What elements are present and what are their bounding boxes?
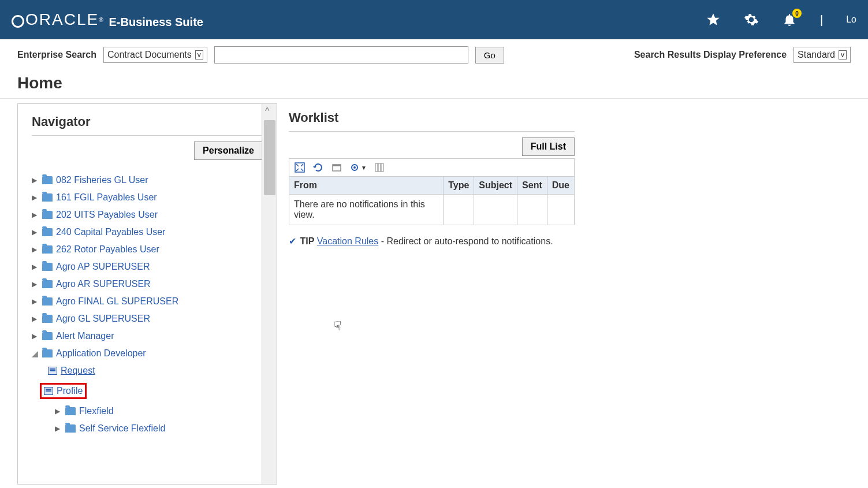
vacation-rules-link[interactable]: Vacation Rules <box>317 236 378 246</box>
worklist-panel: Worklist Full List ▼ From Type Subject S… <box>289 103 575 485</box>
svg-rect-7 <box>381 163 383 172</box>
nav-item-label: 161 FGIL Payables User <box>56 192 157 203</box>
caret-right-icon: ▶ <box>32 228 39 236</box>
folder-icon <box>42 193 53 202</box>
oracle-logo-text: ORACLE <box>25 10 99 29</box>
tip-row: ✔ TIP Vacation Rules - Redirect or auto-… <box>289 236 575 247</box>
col-from[interactable]: From <box>289 177 444 195</box>
oracle-logo: ORACLE® <box>12 10 105 29</box>
nav-subitem-label: Profile <box>57 386 83 396</box>
search-scope-value: Contract Documents <box>107 50 192 60</box>
nav-subitem-self-service-flexfield[interactable]: ▶Self Service Flexfield <box>32 420 263 437</box>
col-due[interactable]: Due <box>547 177 574 195</box>
col-type[interactable]: Type <box>444 177 474 195</box>
caret-right-icon: ▶ <box>32 280 39 288</box>
caret-right-icon: ▶ <box>32 315 39 323</box>
nav-item-082-fisheries[interactable]: ▶082 Fisheries GL User <box>32 172 263 189</box>
folder-icon <box>42 263 53 271</box>
folder-icon <box>42 280 53 288</box>
table-settings-icon[interactable]: ▼ <box>349 162 367 173</box>
nav-item-agro-ar[interactable]: ▶Agro AR SUPERUSER <box>32 275 263 293</box>
nav-item-240-capital[interactable]: ▶240 Capital Payables User <box>32 223 263 241</box>
scroll-up-icon: ^ <box>265 106 270 117</box>
worklist-table: From Type Subject Sent Due There are no … <box>289 176 575 225</box>
svg-rect-6 <box>378 163 381 172</box>
nav-item-agro-gl[interactable]: ▶Agro GL SUPERUSER <box>32 310 263 327</box>
nav-subitem-label: Flexfield <box>79 406 114 416</box>
caret-right-icon: ▶ <box>32 332 39 340</box>
svg-point-4 <box>353 166 356 169</box>
nav-item-agro-final-gl[interactable]: ▶Agro FINAL GL SUPERUSER <box>32 293 263 310</box>
notification-badge: 0 <box>792 9 802 18</box>
favorites-icon[interactable] <box>706 12 721 27</box>
display-pref-label: Search Results Display Preference <box>634 50 787 60</box>
folder-icon <box>42 332 53 340</box>
logo-group: ORACLE® E-Business Suite <box>12 10 203 29</box>
folder-icon <box>42 211 53 219</box>
nav-item-label: 082 Fisheries GL User <box>56 175 148 185</box>
columns-icon[interactable] <box>374 162 385 173</box>
nav-item-label: 202 UITS Payables User <box>56 210 158 220</box>
form-icon <box>44 387 53 395</box>
search-input[interactable] <box>214 46 468 64</box>
caret-right-icon: ▶ <box>32 193 39 202</box>
header-icons: 0 | Lo <box>706 12 856 27</box>
search-scope-select[interactable]: Contract Documents v <box>103 47 207 63</box>
form-icon <box>48 367 57 375</box>
worklist-title: Worklist <box>289 110 575 132</box>
caret-right-icon: ▶ <box>55 407 62 415</box>
settings-gear-icon[interactable] <box>744 12 759 27</box>
enterprise-search-bar: Enterprise Search Contract Documents v G… <box>0 39 868 70</box>
tip-suffix: - Redirect or auto-respond to notificati… <box>378 236 553 246</box>
folder-icon <box>42 228 53 236</box>
navigator-scrollbar[interactable]: ^ <box>262 104 277 484</box>
nav-item-label: Agro AR SUPERUSER <box>56 279 151 289</box>
empty-message: There are no notifications in this view. <box>289 195 444 225</box>
notifications-bell-icon[interactable]: 0 <box>782 12 797 27</box>
detach-icon[interactable] <box>331 162 342 173</box>
folder-icon <box>65 424 76 433</box>
nav-item-262-rotor[interactable]: ▶262 Rotor Payables User <box>32 241 263 258</box>
personalize-button[interactable]: Personalize <box>194 141 263 160</box>
refresh-icon[interactable] <box>312 162 324 173</box>
caret-right-icon: ▶ <box>32 176 39 184</box>
nav-item-161-fgil[interactable]: ▶161 FGIL Payables User <box>32 189 263 206</box>
svg-rect-5 <box>375 163 378 172</box>
col-sent[interactable]: Sent <box>517 177 547 195</box>
folder-icon <box>42 315 53 323</box>
display-pref-select[interactable]: Standard v <box>794 47 851 63</box>
col-subject[interactable]: Subject <box>474 177 517 195</box>
nav-item-label: Application Developer <box>56 348 146 359</box>
nav-item-label: Agro FINAL GL SUPERUSER <box>56 296 178 307</box>
caret-right-icon: ▶ <box>55 424 62 433</box>
nav-subitem-label: Request <box>61 366 95 376</box>
navigator-panel: Navigator Personalize ▶082 Fisheries GL … <box>17 103 277 485</box>
nav-subitem-label: Self Service Flexfield <box>79 423 165 434</box>
worklist-empty-row: There are no notifications in this view. <box>289 195 575 225</box>
expand-icon[interactable] <box>294 162 306 173</box>
logout-link[interactable]: Lo <box>846 14 856 25</box>
nav-subitem-profile-highlighted[interactable]: Profile <box>40 383 87 399</box>
caret-right-icon: ▶ <box>32 297 39 306</box>
content-row: Navigator Personalize ▶082 Fisheries GL … <box>0 103 868 485</box>
nav-item-application-developer[interactable]: ◢Application Developer <box>32 345 263 362</box>
scroll-thumb[interactable] <box>264 120 275 195</box>
chevron-down-icon: v <box>195 50 203 59</box>
folder-icon <box>42 176 53 184</box>
nav-item-alert-manager[interactable]: ▶Alert Manager <box>32 327 263 345</box>
nav-item-label: 240 Capital Payables User <box>56 227 165 237</box>
navigator-title: Navigator <box>32 114 263 136</box>
tip-label: TIP <box>300 236 314 246</box>
search-go-button[interactable]: Go <box>475 47 504 64</box>
page-title: Home <box>0 70 868 99</box>
nav-item-202-uits[interactable]: ▶202 UITS Payables User <box>32 206 263 223</box>
display-pref-value: Standard <box>798 50 835 60</box>
nav-item-agro-ap[interactable]: ▶Agro AP SUPERUSER <box>32 258 263 275</box>
nav-subitem-request[interactable]: Request <box>32 362 263 379</box>
chevron-down-icon: v <box>839 50 847 59</box>
full-list-button[interactable]: Full List <box>522 137 575 156</box>
caret-right-icon: ▶ <box>32 245 39 254</box>
header-separator: | <box>820 13 823 27</box>
nav-subitem-flexfield[interactable]: ▶Flexfield <box>32 403 263 420</box>
caret-right-icon: ▶ <box>32 211 39 219</box>
